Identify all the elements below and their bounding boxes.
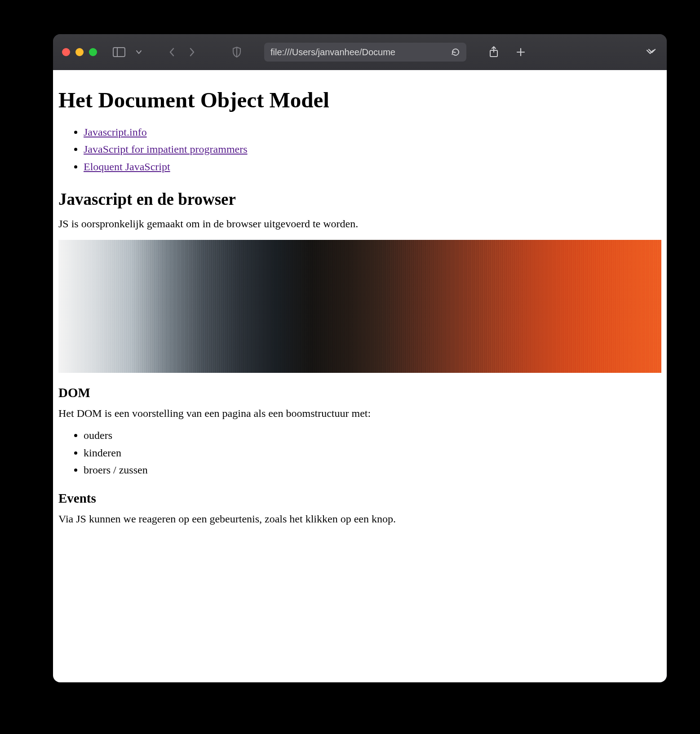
minimize-icon[interactable]: [75, 48, 84, 56]
url-text: file:///Users/janvanhee/Docume: [270, 47, 447, 57]
list-item: ouders: [84, 427, 661, 444]
page-content: Het Document Object Model Javascript.inf…: [53, 70, 667, 682]
list-item: Javascript.info: [84, 124, 661, 141]
overflow-icon[interactable]: [642, 44, 658, 60]
paragraph-dom: Het DOM is een voorstelling van een pagi…: [58, 407, 661, 420]
paragraph-js-browser: JS is oorspronkelijk gemaakt om in de br…: [58, 218, 661, 230]
paragraph-events: Via JS kunnen we reageren op een gebeurt…: [58, 513, 661, 525]
url-bar[interactable]: file:///Users/janvanhee/Docume: [264, 43, 466, 62]
svg-rect-0: [113, 48, 125, 57]
link-eloquent-js[interactable]: Eloquent JavaScript: [84, 161, 170, 172]
sidebar-toggle-group: [111, 44, 146, 60]
page-title: Het Document Object Model: [58, 87, 661, 113]
close-icon[interactable]: [62, 48, 70, 56]
nav-buttons: [164, 44, 199, 60]
chevron-down-icon[interactable]: [131, 44, 146, 60]
heading-js-browser: Javascript en de browser: [58, 190, 661, 209]
titlebar: file:///Users/janvanhee/Docume: [53, 34, 667, 70]
resource-links: Javascript.info JavaScript for impatient…: [58, 124, 661, 175]
sidebar-icon[interactable]: [111, 44, 127, 60]
browser-window: file:///Users/janvanhee/Docume Het Docum…: [53, 34, 667, 682]
list-item: broers / zussen: [84, 461, 661, 478]
new-tab-icon[interactable]: [513, 44, 528, 60]
back-icon[interactable]: [164, 44, 180, 60]
toolbar-right: [486, 44, 528, 60]
maximize-icon[interactable]: [89, 48, 97, 56]
share-icon[interactable]: [486, 44, 501, 60]
dom-list: ouders kinderen broers / zussen: [58, 427, 661, 478]
list-item: Eloquent JavaScript: [84, 158, 661, 175]
window-controls: [62, 48, 97, 56]
banner-image: [58, 240, 661, 373]
link-javascript-info[interactable]: Javascript.info: [84, 126, 147, 138]
list-item: JavaScript for impatient programmers: [84, 141, 661, 158]
heading-dom: DOM: [58, 385, 661, 400]
forward-icon[interactable]: [184, 44, 199, 60]
link-impatient-programmers[interactable]: JavaScript for impatient programmers: [84, 143, 248, 155]
shield-icon[interactable]: [229, 44, 244, 60]
list-item: kinderen: [84, 444, 661, 461]
reload-icon[interactable]: [451, 48, 460, 57]
heading-events: Events: [58, 491, 661, 506]
